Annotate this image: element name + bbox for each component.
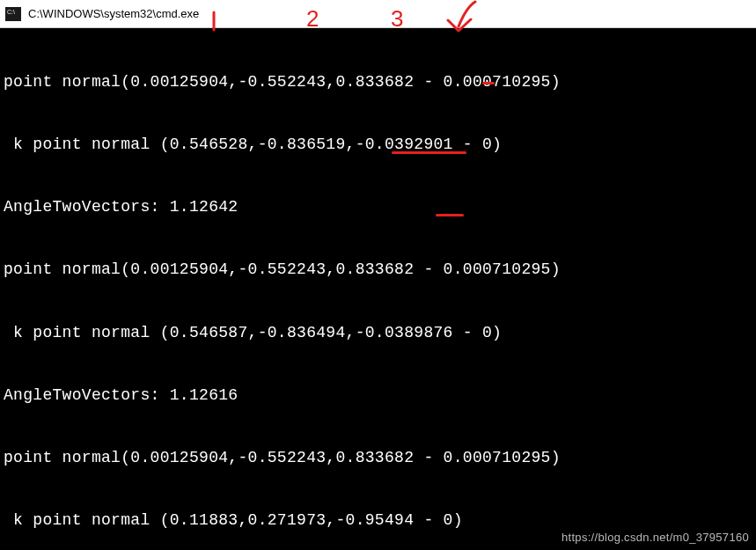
terminal-output: point normal(0.00125904,-0.552243,0.8336…: [0, 28, 756, 550]
output-line: AngleTwoVectors: 1.12616: [4, 385, 752, 407]
cmd-icon: [5, 7, 21, 21]
output-line: AngleTwoVectors: 1.12642: [4, 197, 752, 218]
titlebar[interactable]: C:\WINDOWS\system32\cmd.exe: [0, 0, 756, 28]
titlebar-path: C:\WINDOWS\system32\cmd.exe: [28, 7, 199, 20]
watermark: https://blog.csdn.net/m0_37957160: [561, 530, 749, 545]
output-line: point normal(0.00125904,-0.552243,0.8336…: [4, 260, 752, 281]
output-line: k point normal (0.546528,-0.836519,-0.03…: [4, 135, 752, 156]
output-line: point normal(0.00125904,-0.552243,0.8336…: [4, 72, 752, 93]
output-line: k point normal (0.11883,0.271973,-0.9549…: [4, 510, 752, 532]
output-line: point normal(0.00125904,-0.552243,0.8336…: [4, 448, 752, 469]
output-line: k point normal (0.546587,-0.836494,-0.03…: [4, 323, 752, 344]
